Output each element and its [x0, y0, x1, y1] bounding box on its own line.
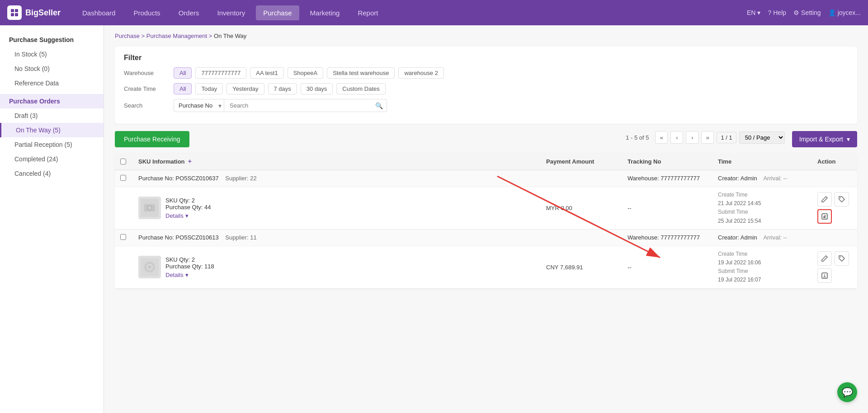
- sidebar-item-no-stock[interactable]: No Stock (0): [0, 61, 104, 76]
- pagination: 1 - 5 of 5 « ‹ › » 1 / 1 50 / Page 100 /…: [626, 131, 785, 144]
- order-1-product-info: SKU Qty: 2 Purchase Qty: 44 Details ▾: [165, 197, 211, 219]
- warehouse-shopeea[interactable]: ShopeeA: [288, 67, 324, 79]
- import-export-button[interactable]: Import & Export ▾: [792, 131, 857, 147]
- search-icon[interactable]: 🔍: [375, 102, 383, 109]
- nav-purchase[interactable]: Purchase: [256, 5, 299, 20]
- warehouse-stella[interactable]: Stella test warehouse: [327, 67, 395, 79]
- search-type-select-wrap: Purchase No SKU Supplier: [174, 99, 224, 112]
- order-1-actions: [812, 192, 857, 224]
- nav-dashboard[interactable]: Dashboard: [75, 5, 123, 20]
- filter-card: Filter Warehouse All 777777777777 AA tes…: [115, 47, 857, 124]
- warehouse-warehouse2[interactable]: warehouse 2: [398, 67, 443, 79]
- nav-right: EN ▾ ? Help ⚙ Setting 👤 joycex...: [747, 9, 861, 16]
- order-1-warehouse: Warehouse: 777777777777: [622, 175, 712, 182]
- add-column-icon[interactable]: ＋: [187, 157, 193, 165]
- sidebar-item-reference-data[interactable]: Reference Data: [0, 76, 104, 90]
- create-time-filter-row: Create Time All Today Yesterday 7 days 3…: [124, 83, 848, 94]
- search-input[interactable]: [228, 99, 375, 112]
- create-time-label: Create Time: [124, 85, 174, 92]
- order-row-2: Purchase No: PO5SCZ010613 Supplier: 11 W…: [115, 230, 857, 289]
- pagination-first[interactable]: «: [655, 131, 668, 144]
- warehouse-aatest1[interactable]: AA test1: [250, 67, 283, 79]
- order-2-tag-button[interactable]: [835, 251, 849, 266]
- sidebar-suggestion-title: Purchase Suggestion: [0, 33, 104, 47]
- pagination-last[interactable]: »: [701, 131, 714, 144]
- search-label: Search: [124, 102, 174, 109]
- filter-title: Filter: [124, 54, 848, 62]
- th-tracking: Tracking No: [622, 157, 712, 165]
- settings-button[interactable]: ⚙ Setting: [793, 9, 821, 16]
- pagination-next[interactable]: ›: [686, 131, 698, 144]
- svg-rect-1: [15, 9, 18, 12]
- order-2-product: SKU Qty: 2 Purchase Qty: 118 Details ▾: [133, 256, 541, 278]
- nav-products[interactable]: Products: [126, 5, 167, 20]
- order-detail-1: SKU Qty: 2 Purchase Qty: 44 Details ▾ MY…: [115, 187, 857, 229]
- order-2-time: Create Time 19 Jul 2022 16:06 Submit Tim…: [712, 250, 812, 285]
- help-button[interactable]: ? Help: [768, 9, 786, 16]
- sidebar: Purchase Suggestion In Stock (5) No Stoc…: [0, 25, 104, 413]
- order-1-tag-button[interactable]: [835, 192, 849, 206]
- order-1-checkbox[interactable]: [120, 175, 126, 181]
- order-1-sku-qty: SKU Qty: 2: [165, 197, 211, 204]
- breadcrumb-purchase-management[interactable]: Purchase Management: [146, 33, 207, 39]
- warehouse-all[interactable]: All: [174, 67, 192, 79]
- warehouse-777[interactable]: 777777777777: [195, 67, 246, 79]
- order-2-creator: Creator: Admin Arrival: --: [712, 234, 812, 241]
- order-1-tracking: --: [622, 205, 712, 211]
- order-1-purchase-qty: Purchase Qty: 44: [165, 204, 211, 211]
- time-7days[interactable]: 7 days: [268, 83, 297, 94]
- order-2-tracking: --: [622, 264, 712, 271]
- pagination-info: 1 - 5 of 5: [626, 134, 649, 141]
- order-2-purchase-qty: Purchase Qty: 118: [165, 263, 214, 270]
- language-selector[interactable]: EN ▾: [747, 9, 760, 16]
- nav-report[interactable]: Report: [350, 5, 385, 20]
- sidebar-item-on-the-way[interactable]: On The Way (5): [0, 123, 104, 137]
- order-1-product-image: [138, 197, 161, 219]
- th-sku-info: SKU Information ＋: [133, 157, 541, 165]
- pagination-page-size[interactable]: 50 / Page 100 / Page: [739, 131, 785, 144]
- time-yesterday[interactable]: Yesterday: [226, 83, 264, 94]
- pagination-prev[interactable]: ‹: [670, 131, 683, 144]
- sidebar-item-draft[interactable]: Draft (3): [0, 108, 104, 123]
- time-today[interactable]: Today: [195, 83, 223, 94]
- sidebar-item-canceled[interactable]: Canceled (4): [0, 166, 104, 181]
- nav-orders[interactable]: Orders: [171, 5, 207, 20]
- svg-point-13: [148, 265, 151, 269]
- search-input-wrap: 🔍: [224, 99, 387, 112]
- sidebar-purchase-orders-title[interactable]: Purchase Orders: [0, 94, 104, 108]
- order-2-details-link[interactable]: Details ▾: [165, 272, 214, 278]
- time-30days[interactable]: 30 days: [301, 83, 333, 94]
- user-menu[interactable]: 👤 joycex...: [828, 9, 861, 16]
- logo[interactable]: BigSeller: [7, 5, 61, 20]
- nav-marketing[interactable]: Marketing: [303, 5, 347, 20]
- th-checkbox: [115, 157, 133, 165]
- chat-icon[interactable]: 💬: [837, 382, 857, 402]
- sidebar-item-partial-reception[interactable]: Partial Reception (5): [0, 137, 104, 152]
- time-all[interactable]: All: [174, 83, 192, 94]
- order-2-receive-button[interactable]: [817, 268, 832, 283]
- svg-rect-3: [15, 13, 18, 16]
- nav-inventory[interactable]: Inventory: [210, 5, 252, 20]
- order-1-receive-button[interactable]: [817, 209, 832, 224]
- order-1-product: SKU Qty: 2 Purchase Qty: 44 Details ▾: [133, 197, 541, 219]
- top-nav: BigSeller Dashboard Products Orders Inve…: [0, 0, 868, 25]
- breadcrumb: Purchase > Purchase Management > On The …: [115, 33, 857, 39]
- breadcrumb-on-the-way: On The Way: [214, 33, 246, 39]
- time-custom[interactable]: Custom Dates: [336, 83, 385, 94]
- order-1-details-link[interactable]: Details ▾: [165, 212, 211, 219]
- breadcrumb-purchase[interactable]: Purchase: [115, 33, 140, 39]
- select-all-checkbox[interactable]: [120, 159, 126, 164]
- order-2-edit-button[interactable]: [817, 251, 832, 266]
- th-action: Action: [812, 157, 857, 165]
- purchase-receiving-button[interactable]: Purchase Receiving: [115, 131, 189, 147]
- th-payment: Payment Amount: [541, 157, 622, 165]
- order-2-purchase-no: Purchase No: PO5SCZ010613 Supplier: 11: [133, 234, 541, 241]
- sidebar-item-in-stock[interactable]: In Stock (5): [0, 47, 104, 61]
- order-2-product-image: [138, 256, 161, 278]
- order-2-sku-qty: SKU Qty: 2: [165, 256, 214, 263]
- order-1-edit-button[interactable]: [817, 192, 832, 206]
- svg-rect-2: [11, 13, 14, 16]
- search-type-select[interactable]: Purchase No SKU Supplier: [174, 99, 224, 112]
- order-2-checkbox[interactable]: [120, 234, 126, 240]
- sidebar-item-completed[interactable]: Completed (24): [0, 152, 104, 166]
